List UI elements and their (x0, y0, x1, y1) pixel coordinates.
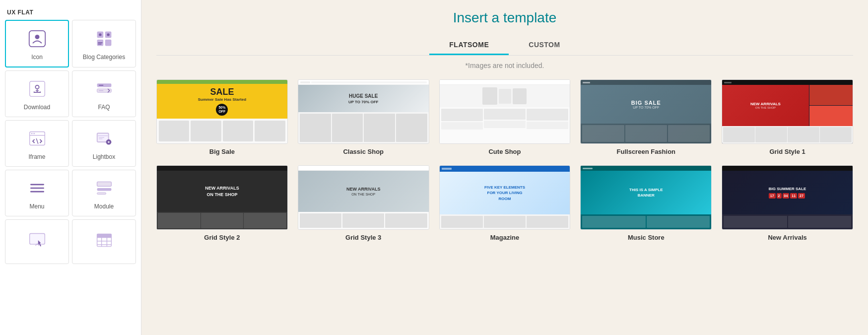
svg-point-17 (33, 133, 35, 134)
template-fullscreen-fashion-thumb: BIG SALE UP TO 70% OFF (580, 79, 712, 144)
template-magazine-name: Magazine (439, 234, 571, 241)
template-cute-shop[interactable]: Cute Shop (439, 79, 571, 155)
svg-line-18 (36, 138, 38, 144)
template-grid-style-1-name: Grid Style 1 (722, 148, 853, 155)
page-title: Insert a template (156, 10, 853, 26)
template-grid-style-2-name: Grid Style 2 (156, 234, 288, 241)
sidebar-item-menu-label: Menu (29, 203, 44, 210)
module-icon (92, 176, 116, 200)
download-icon (25, 77, 49, 101)
template-grid-style-2-thumb: NEW ARRIVALSON THE SHOP (156, 165, 288, 230)
sidebar-item-icon-label: Icon (31, 54, 43, 61)
svg-rect-41 (101, 234, 107, 237)
iframe-icon (25, 127, 49, 150)
templates-grid-row2: NEW ARRIVALSON THE SHOP Grid Style 2 (156, 165, 853, 241)
svg-rect-30 (97, 182, 111, 186)
template-classic-shop-name: Classic Shop (298, 148, 429, 155)
subtitle: *Images are not included. (156, 62, 853, 69)
faq-icon (92, 77, 116, 101)
template-big-sale-name: Big Sale (156, 148, 288, 155)
sidebar-item-faq[interactable]: FAQ (72, 70, 136, 117)
svg-rect-5 (105, 40, 111, 46)
tab-flatsome[interactable]: FLATSOME (429, 36, 509, 55)
sidebar-item-lightbox-label: Lightbox (93, 153, 115, 160)
template-magazine-thumb: FIVE KEY ELEMENTSFOR YOUR LIVINGROOM (439, 165, 571, 230)
svg-point-1 (35, 35, 39, 39)
svg-rect-33 (29, 234, 45, 245)
template-new-arrivals-name: New Arrivals (722, 234, 853, 241)
icon-icon (25, 27, 49, 51)
template-grid-style-2[interactable]: NEW ARRIVALSON THE SHOP Grid Style 2 (156, 165, 288, 241)
svg-rect-31 (97, 188, 111, 191)
template-music-store-name: Music Store (580, 234, 712, 241)
svg-point-11 (35, 85, 39, 89)
sidebar-item-download-label: Download (24, 104, 50, 111)
sidebar-item-table[interactable] (72, 219, 136, 264)
template-big-sale[interactable]: SALE Summer Sale Has Started 50%OFF Big … (156, 79, 288, 155)
sidebar-item-iframe-label: Iframe (28, 153, 45, 160)
template-music-store[interactable]: THIS IS A SIMPLEBANNER Music Store (580, 165, 712, 241)
template-grid-style-3[interactable]: NEW ARRIVALSON THE SHOP Grid Style 3 (298, 165, 429, 241)
template-grid-style-1[interactable]: NEW ARRIVALS ON THE SHOP (722, 79, 853, 155)
svg-point-6 (99, 33, 101, 36)
template-grid-style-3-name: Grid Style 3 (298, 234, 429, 241)
template-grid-style-1-thumb: NEW ARRIVALS ON THE SHOP (722, 79, 853, 144)
template-cute-shop-thumb (439, 79, 571, 144)
template-magazine[interactable]: FIVE KEY ELEMENTSFOR YOUR LIVINGROOM Mag… (439, 165, 571, 241)
tabs: FLATSOME CUSTOM (156, 36, 853, 56)
sidebar-item-menu[interactable]: Menu (5, 170, 69, 216)
template-new-arrivals-thumb: BIG SUMMER SALE 17 2 04 11 27 (722, 165, 853, 230)
template-grid-style-3-thumb: NEW ARRIVALSON THE SHOP (298, 165, 429, 230)
tab-custom[interactable]: CUSTOM (509, 36, 580, 55)
sidebar: UX FLAT Icon (0, 0, 141, 335)
templates-grid-row1: SALE Summer Sale Has Started 50%OFF Big … (156, 79, 853, 155)
template-fullscreen-fashion[interactable]: BIG SALE UP TO 70% OFF Fullscreen Fashio… (580, 79, 712, 155)
sidebar-item-faq-label: FAQ (98, 104, 110, 111)
sidebar-item-lightbox[interactable]: Lightbox (72, 120, 136, 167)
template-classic-shop-thumb: HUGE SALEUP TO 70% OFF (298, 79, 429, 144)
sidebar-item-module[interactable]: Module (72, 170, 136, 216)
sidebar-item-blog-categories[interactable]: Blog Categories (72, 20, 136, 67)
sidebar-item-module-label: Module (94, 203, 114, 210)
sidebar-item-cursor[interactable] (5, 219, 69, 264)
template-new-arrivals[interactable]: BIG SUMMER SALE 17 2 04 11 27 (722, 165, 853, 241)
template-big-sale-thumb: SALE Summer Sale Has Started 50%OFF (156, 79, 288, 144)
svg-rect-32 (97, 193, 106, 195)
sidebar-title: UX FLAT (5, 5, 136, 20)
template-music-store-thumb: THIS IS A SIMPLEBANNER (580, 165, 712, 230)
sidebar-item-download[interactable]: Download (5, 70, 69, 117)
template-classic-shop[interactable]: HUGE SALEUP TO 70% OFF Classic Shop (298, 79, 429, 155)
svg-rect-42 (107, 234, 111, 237)
menu-icon (25, 176, 49, 200)
sidebar-item-iframe[interactable]: Iframe (5, 120, 69, 167)
lightbox-icon (92, 127, 116, 150)
template-cute-shop-name: Cute Shop (439, 148, 571, 155)
svg-point-16 (31, 133, 32, 134)
blog-categories-icon (92, 27, 116, 51)
table-icon (92, 228, 116, 252)
sidebar-item-icon[interactable]: Icon (5, 20, 69, 67)
sidebar-item-blog-categories-label: Blog Categories (83, 54, 125, 61)
svg-point-7 (107, 33, 109, 36)
template-fullscreen-fashion-name: Fullscreen Fashion (580, 148, 712, 155)
cursor-icon (25, 228, 49, 252)
sidebar-grid: Icon Blog Categories (5, 20, 136, 264)
main-content: Insert a template FLATSOME CUSTOM *Image… (141, 0, 868, 335)
svg-rect-40 (97, 234, 101, 237)
